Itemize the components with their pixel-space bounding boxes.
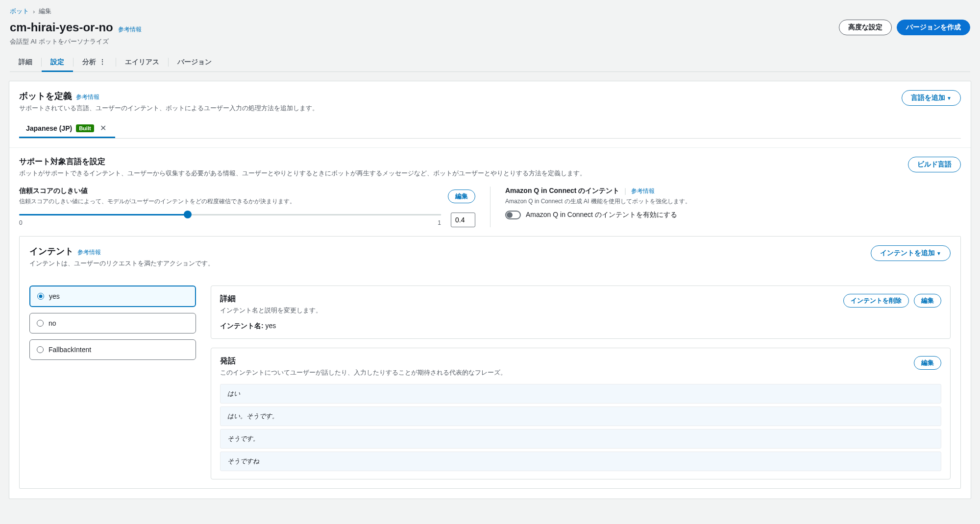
define-bot-title: ボットを定義 xyxy=(19,90,72,102)
slider-min: 0 xyxy=(19,219,23,226)
slider-thumb-icon[interactable] xyxy=(184,211,192,218)
title-info-link[interactable]: 参考情報 xyxy=(118,25,142,34)
radio-icon xyxy=(37,320,44,327)
page-subtitle: 会話型 AI ボットをパーソナライズ xyxy=(10,37,970,46)
intent-item-no[interactable]: no xyxy=(29,313,196,333)
utterance-row: はい。そうです。 xyxy=(220,406,941,426)
intent-item-label: yes xyxy=(49,292,60,300)
breadcrumb-current: 編集 xyxy=(39,7,51,16)
amazonq-toggle[interactable] xyxy=(505,211,521,219)
amazonq-title: Amazon Q in Connect のインテント xyxy=(505,187,619,195)
add-intent-button[interactable]: インテントを追加 xyxy=(871,245,951,261)
built-badge: Built xyxy=(76,124,94,132)
tab-settings[interactable]: 設定 xyxy=(42,53,73,71)
edit-intent-button[interactable]: 編集 xyxy=(914,294,941,308)
chevron-right-icon: › xyxy=(33,8,35,15)
main-tabs: 詳細 設定 分析⋮ エイリアス バージョン xyxy=(10,53,970,72)
language-tab-label: Japanese (JP) xyxy=(26,124,72,132)
utterance-title: 発話 xyxy=(220,356,507,366)
create-version-button[interactable]: バージョンを作成 xyxy=(897,20,970,35)
tab-detail[interactable]: 詳細 xyxy=(10,53,41,71)
support-lang-desc: ボットがサポートできるインテント、ユーザーから収集する必要がある情報、ユーザーと… xyxy=(19,169,586,178)
support-lang-title: サポート対象言語を設定 xyxy=(19,157,586,167)
intent-item-yes[interactable]: yes xyxy=(29,286,196,307)
radio-icon xyxy=(37,346,44,353)
intent-name-label: インテント名: xyxy=(220,322,264,330)
utterance-desc: このインテントについてユーザーが話したり、入力したりすることが期待される代表的な… xyxy=(220,368,507,377)
utterance-row: はい xyxy=(220,384,941,404)
breadcrumb: ボット › 編集 xyxy=(10,7,970,16)
threshold-label: 信頼スコアのしきい値 xyxy=(19,187,295,195)
intent-item-label: no xyxy=(49,319,56,327)
build-language-button[interactable]: ビルド言語 xyxy=(908,157,961,172)
edit-utterance-button[interactable]: 編集 xyxy=(914,356,941,370)
intent-detail-title: 詳細 xyxy=(220,294,322,304)
intent-info-link[interactable]: 参考情報 xyxy=(77,248,101,257)
advanced-settings-button[interactable]: 高度な設定 xyxy=(839,20,892,35)
more-icon[interactable]: ⋮ xyxy=(99,58,107,66)
tab-alias[interactable]: エイリアス xyxy=(116,53,168,71)
threshold-desc: 信頼スコアのしきい値によって、モデルがユーザーのインテントをどの程度確信できるか… xyxy=(19,197,295,206)
intent-name-value: yes xyxy=(266,322,276,330)
utterance-row: そうです。 xyxy=(220,429,941,449)
intent-item-label: FallbackIntent xyxy=(49,346,91,354)
utterance-row: そうですね xyxy=(220,452,941,471)
slider-max: 1 xyxy=(438,219,441,226)
tab-version[interactable]: バージョン xyxy=(169,53,220,71)
intent-item-fallback[interactable]: FallbackIntent xyxy=(29,339,196,360)
threshold-slider[interactable] xyxy=(19,214,441,215)
close-icon[interactable]: ✕ xyxy=(98,123,108,133)
breadcrumb-root[interactable]: ボット xyxy=(10,7,29,16)
amazonq-desc: Amazon Q in Connect の生成 AI 機能を使用してボットを強化… xyxy=(505,197,961,206)
delete-intent-button[interactable]: インテントを削除 xyxy=(843,294,909,308)
threshold-edit-button[interactable]: 編集 xyxy=(448,190,475,203)
intent-detail-desc: インテント名と説明を変更します。 xyxy=(220,306,322,315)
intent-list: yes no FallbackIntent xyxy=(29,286,196,479)
amazonq-info-link[interactable]: 参考情報 xyxy=(631,187,655,195)
intent-title: インテント xyxy=(29,245,74,257)
amazonq-toggle-label: Amazon Q in Connect のインテントを有効にする xyxy=(526,211,677,219)
language-tab-japanese[interactable]: Japanese (JP) Built ✕ xyxy=(19,119,115,138)
page-title: cm-hirai-yes-or-no xyxy=(10,21,113,34)
define-bot-desc: サポートされている言語、ユーザーのインテント、ボットによるユーザー入力の処理方法… xyxy=(19,104,318,113)
utterance-list: はい はい。そうです。 そうです。 そうですね xyxy=(220,384,941,471)
tab-analysis[interactable]: 分析⋮ xyxy=(74,53,116,71)
tab-analysis-label: 分析 xyxy=(82,58,96,66)
intent-desc: インテントは、ユーザーのリクエストを満たすアクションです。 xyxy=(29,259,214,268)
define-info-link[interactable]: 参考情報 xyxy=(76,93,99,101)
radio-icon xyxy=(37,293,44,300)
add-language-button[interactable]: 言語を追加 xyxy=(902,90,961,106)
threshold-value-input[interactable] xyxy=(451,213,475,227)
